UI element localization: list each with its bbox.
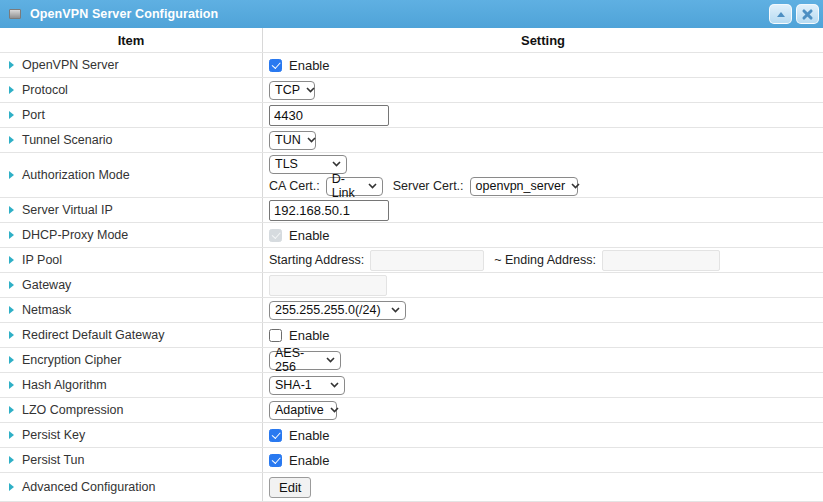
row-lzo-compression: LZO Compression Adaptive [0,398,823,423]
bullet-arrow-icon [9,381,14,389]
row-server-virtual-ip: Server Virtual IP [0,198,823,223]
enable-label: Enable [289,58,329,73]
redirect-default-gateway-enable-checkbox[interactable] [269,329,282,342]
chevron-down-icon [307,137,316,143]
bullet-arrow-icon [9,456,14,464]
select-value: D-Link [332,172,362,200]
ip-pool-ending-input [602,250,720,271]
row-protocol: Protocol TCP [0,78,823,103]
table-header-row: Item Setting [0,28,823,53]
item-label: DHCP-Proxy Mode [22,228,128,242]
ip-pool-starting-input [370,250,484,271]
gateway-input [269,275,387,296]
chevron-down-icon [571,183,580,189]
collapse-button[interactable] [769,4,792,24]
select-value: TLS [275,157,298,171]
row-gateway: Gateway [0,273,823,298]
panel-title: OpenVPN Server Configuration [30,7,218,21]
enable-label: Enable [289,328,329,343]
item-label: Tunnel Scenario [22,133,113,147]
advanced-configuration-edit-button[interactable]: Edit [269,477,311,498]
item-label: Redirect Default Gateway [22,328,164,342]
bullet-arrow-icon [9,86,14,94]
item-label: Persist Key [22,428,85,442]
item-label: Server Virtual IP [22,203,113,217]
item-label: Persist Tun [22,453,85,467]
row-tunnel-scenario: Tunnel Scenario TUN [0,128,823,153]
hash-algorithm-select[interactable]: SHA-1 [269,376,345,395]
openvpn-server-enable-checkbox[interactable] [269,59,282,72]
server-cert-label: Server Cert.: [393,179,464,193]
item-label: Port [22,108,45,122]
close-icon [802,9,813,20]
lzo-compression-select[interactable]: Adaptive [269,401,337,420]
select-value: openvpn_server [476,179,566,193]
ca-cert-label: CA Cert.: [269,179,320,193]
bullet-arrow-icon [9,356,14,364]
row-persist-tun: Persist Tun Enable [0,448,823,473]
port-input[interactable] [269,105,389,126]
bullet-arrow-icon [9,206,14,214]
column-header-setting: Setting [263,28,823,52]
openvpn-server-configuration-panel: OpenVPN Server Configuration Item Settin… [0,0,823,502]
select-value: SHA-1 [275,378,312,392]
persist-tun-enable-checkbox[interactable] [269,454,282,467]
protocol-select[interactable]: TCP [269,81,315,100]
row-hash-algorithm: Hash Algorithm SHA-1 [0,373,823,398]
bullet-arrow-icon [9,171,14,179]
item-label: Netmask [22,303,71,317]
bullet-arrow-icon [9,231,14,239]
encryption-cipher-select[interactable]: AES-256 [269,351,341,370]
netmask-select[interactable]: 255.255.255.0(/24) [269,301,406,320]
item-label: Advanced Configuration [22,480,155,494]
window-icon [9,9,21,19]
item-label: Encryption Cipher [22,353,121,367]
chevron-down-icon [368,183,377,189]
item-label: Authorization Mode [22,168,130,182]
select-value: Adaptive [275,403,324,417]
enable-label: Enable [289,453,329,468]
item-label: IP Pool [22,253,62,267]
authorization-mode-select[interactable]: TLS [269,155,347,174]
persist-key-enable-checkbox[interactable] [269,429,282,442]
bullet-arrow-icon [9,136,14,144]
bullet-arrow-icon [9,281,14,289]
chevron-down-icon [330,407,339,413]
ca-cert-select[interactable]: D-Link [326,177,383,196]
column-header-item: Item [0,28,263,52]
row-authorization-mode: Authorization Mode TLS CA Cert.: D-Link … [0,153,823,198]
chevron-down-icon [326,357,335,363]
select-value: TCP [275,83,300,97]
bullet-arrow-icon [9,431,14,439]
row-redirect-default-gateway: Redirect Default Gateway Enable [0,323,823,348]
tunnel-scenario-select[interactable]: TUN [269,131,316,150]
starting-address-label: Starting Address: [269,253,364,267]
chevron-down-icon [306,87,315,93]
titlebar-buttons [769,4,819,24]
server-virtual-ip-input[interactable] [269,200,389,221]
row-netmask: Netmask 255.255.255.0(/24) [0,298,823,323]
bullet-arrow-icon [9,306,14,314]
close-button[interactable] [796,4,819,24]
collapse-arrow-icon [777,12,785,17]
dhcp-proxy-enable-checkbox [269,229,282,242]
chevron-down-icon [330,382,339,388]
item-label: Hash Algorithm [22,378,107,392]
row-openvpn-server: OpenVPN Server Enable [0,53,823,78]
row-ip-pool: IP Pool Starting Address: ~ Ending Addre… [0,248,823,273]
bullet-arrow-icon [9,483,14,491]
bullet-arrow-icon [9,61,14,69]
enable-label: Enable [289,428,329,443]
server-cert-select[interactable]: openvpn_server [470,177,578,196]
configuration-table: Item Setting OpenVPN Server Enable Proto… [0,28,823,502]
chevron-down-icon [332,161,341,167]
bullet-arrow-icon [9,331,14,339]
select-value: AES-256 [275,346,320,374]
chevron-down-icon [391,307,400,313]
row-dhcp-proxy-mode: DHCP-Proxy Mode Enable [0,223,823,248]
row-encryption-cipher: Encryption Cipher AES-256 [0,348,823,373]
bullet-arrow-icon [9,111,14,119]
select-value: TUN [275,133,301,147]
ending-address-label: ~ Ending Address: [494,253,596,267]
item-label: Protocol [22,83,68,97]
